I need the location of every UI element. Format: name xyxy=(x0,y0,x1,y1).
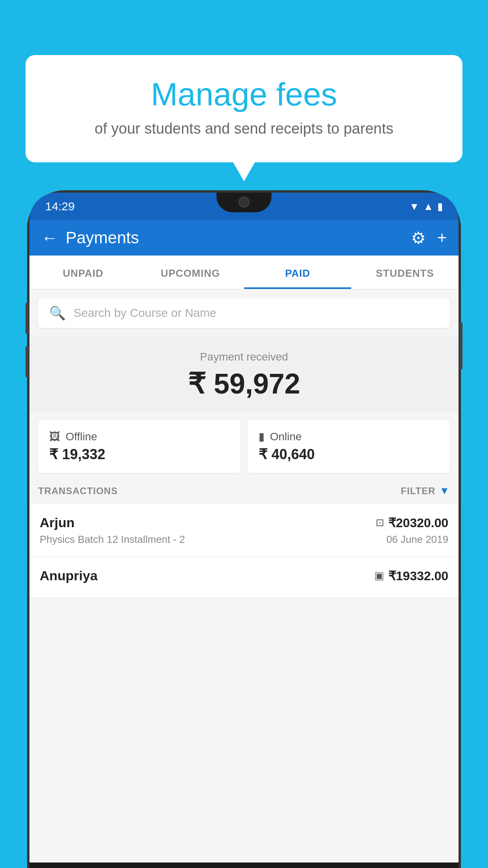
transaction-amount-wrap-2: ▣ ₹19332.00 xyxy=(374,568,448,583)
online-icon: ▮ xyxy=(259,430,264,443)
tab-paid[interactable]: PAID xyxy=(244,256,351,289)
transaction-top: Anupriya ▣ ₹19332.00 xyxy=(40,568,448,583)
gear-icon[interactable]: ⚙ xyxy=(411,228,426,248)
search-input[interactable]: Search by Course or Name xyxy=(73,306,216,320)
tabs-bar: UNPAID UPCOMING PAID STUDENTS xyxy=(29,256,459,289)
transaction-top: Arjun ⊡ ₹20320.00 xyxy=(40,515,448,530)
phone-content: 🔍 Search by Course or Name Payment recei… xyxy=(29,289,459,862)
transactions-label: TRANSACTIONS xyxy=(38,485,118,497)
online-card-title: Online xyxy=(270,430,302,443)
app-header: ← Payments ⚙ + xyxy=(29,220,459,256)
filter-label: FILTER xyxy=(401,485,435,497)
payment-received-amount: ₹ 59,972 xyxy=(29,367,459,400)
bubble-subtitle: of your students and send receipts to pa… xyxy=(49,119,439,138)
offline-card-title: Offline xyxy=(66,430,97,443)
signal-icon: ▲ xyxy=(423,200,433,213)
online-card-header: ▮ Online xyxy=(259,430,439,443)
transaction-item[interactable]: Arjun ⊡ ₹20320.00 Physics Batch 12 Insta… xyxy=(29,504,459,557)
volume-down-button xyxy=(26,346,29,377)
tab-students[interactable]: STUDENTS xyxy=(351,256,459,289)
online-card: ▮ Online ₹ 40,640 xyxy=(248,420,450,473)
add-button[interactable]: + xyxy=(437,228,447,247)
status-time: 14:29 xyxy=(45,200,75,213)
transaction-name-2: Anupriya xyxy=(40,568,97,583)
status-bar: 14:29 ▼ ▲ ▮ xyxy=(29,193,459,220)
speech-bubble: Manage fees of your students and send re… xyxy=(26,55,462,162)
speech-bubble-container: Manage fees of your students and send re… xyxy=(26,55,462,162)
transaction-name: Arjun xyxy=(40,515,75,530)
filter-button[interactable]: FILTER ▼ xyxy=(401,485,450,497)
tab-upcoming[interactable]: UPCOMING xyxy=(137,256,244,289)
phone-container: 14:29 ▼ ▲ ▮ ← Payments ⚙ + UNPAID UPCOMI… xyxy=(29,193,459,868)
online-card-amount: ₹ 40,640 xyxy=(259,446,439,463)
wifi-icon: ▼ xyxy=(409,200,420,213)
page-title: Payments xyxy=(66,228,403,247)
transaction-bottom: Physics Batch 12 Installment - 2 06 June… xyxy=(40,533,448,546)
offline-card-amount: ₹ 19,332 xyxy=(49,446,229,463)
transaction-amount-2: ₹19332.00 xyxy=(388,568,448,583)
transaction-amount: ₹20320.00 xyxy=(388,515,448,530)
search-bar[interactable]: 🔍 Search by Course or Name xyxy=(38,298,450,328)
transaction-item[interactable]: Anupriya ▣ ₹19332.00 xyxy=(29,557,459,598)
tab-unpaid[interactable]: UNPAID xyxy=(29,256,137,289)
phone-frame: 14:29 ▼ ▲ ▮ ← Payments ⚙ + UNPAID UPCOMI… xyxy=(29,193,459,868)
payment-received-label: Payment received xyxy=(29,351,459,363)
offline-icon: 🖼 xyxy=(49,430,60,443)
filter-icon: ▼ xyxy=(439,485,450,497)
header-icons: ⚙ + xyxy=(411,228,447,248)
power-button xyxy=(459,322,462,370)
transaction-amount-wrap: ⊡ ₹20320.00 xyxy=(376,515,448,530)
bubble-title: Manage fees xyxy=(49,77,439,112)
transactions-header: TRANSACTIONS FILTER ▼ xyxy=(29,473,459,504)
payment-received-section: Payment received ₹ 59,972 xyxy=(29,337,459,412)
volume-up-button xyxy=(26,303,29,334)
offline-card: 🖼 Offline ₹ 19,332 xyxy=(38,420,240,473)
cards-row: 🖼 Offline ₹ 19,332 ▮ Online ₹ 40,640 xyxy=(29,420,459,473)
offline-payment-icon: ▣ xyxy=(374,570,384,582)
notch xyxy=(216,193,272,212)
camera xyxy=(238,197,250,208)
transaction-description: Physics Batch 12 Installment - 2 xyxy=(40,533,185,546)
online-payment-icon: ⊡ xyxy=(376,517,384,529)
transaction-date: 06 June 2019 xyxy=(386,533,448,546)
status-icons: ▼ ▲ ▮ xyxy=(409,200,443,213)
back-button[interactable]: ← xyxy=(41,228,58,247)
offline-card-header: 🖼 Offline xyxy=(49,430,229,443)
search-icon: 🔍 xyxy=(49,305,66,321)
battery-icon: ▮ xyxy=(437,200,443,213)
